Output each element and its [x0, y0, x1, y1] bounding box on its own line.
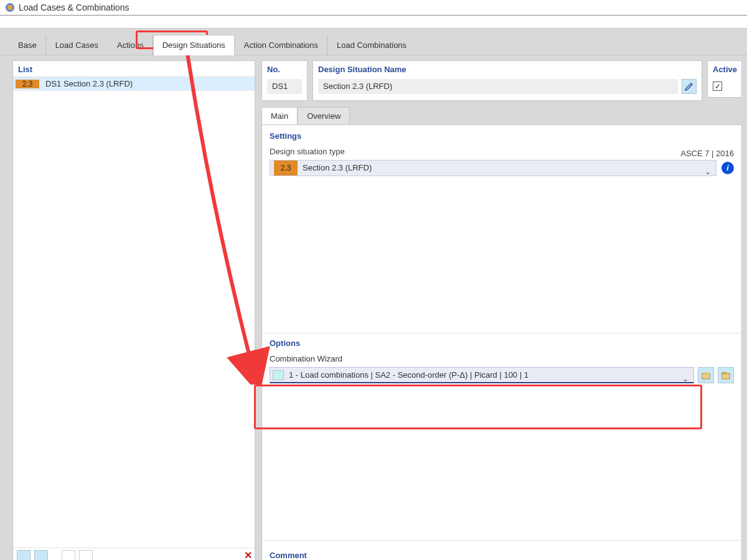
info-icon[interactable]: i: [721, 162, 734, 174]
svg-rect-4: [722, 373, 726, 374]
tab-actions[interactable]: Actions: [108, 35, 153, 55]
design-type-dropdown[interactable]: 2.3 Section 2.3 (LRFD) ⌄: [270, 160, 716, 176]
main-tabstrip: Base Load Cases Actions Design Situation…: [0, 28, 747, 55]
settings-title: Settings: [270, 131, 734, 141]
comment-title: Comment: [270, 547, 734, 560]
wizard-new-button[interactable]: [698, 367, 714, 383]
name-value: Section 2.3 (LRFD): [318, 79, 678, 94]
wizard-label: Combination Wizard: [270, 354, 734, 363]
list-item-label: DS1 Section 2.3 (LRFD): [45, 79, 133, 88]
svg-rect-3: [722, 373, 730, 379]
sparkle-folder-icon: [702, 371, 710, 380]
list-panel: List 2.3 DS1 Section 2.3 (LRFD) ✕: [12, 60, 255, 560]
wizard-dropdown[interactable]: 1 - Load combinations | SA2 - Second-ord…: [270, 367, 694, 383]
tab-load-combinations[interactable]: Load Combinations: [327, 35, 416, 55]
active-field-box: Active: [707, 60, 742, 98]
active-checkbox[interactable]: [713, 82, 722, 91]
no-field-box: No. DS1: [261, 60, 308, 101]
tab-design-situations[interactable]: Design Situations: [153, 35, 235, 55]
standard-label: ASCE 7 | 2016: [680, 149, 734, 158]
pencil-icon: [684, 82, 694, 91]
folder-open-icon: [721, 371, 730, 380]
wizard-swatch-icon: [273, 370, 284, 380]
active-label: Active: [713, 65, 736, 74]
list-empty-area: [13, 91, 255, 548]
design-type-tag: 2.3: [274, 161, 298, 175]
window-titlebar: Load Cases & Combinations: [0, 0, 747, 16]
options-title: Options: [270, 338, 734, 348]
sort-desc-icon[interactable]: [79, 550, 93, 561]
subtab-main[interactable]: Main: [261, 107, 298, 124]
tab-load-cases[interactable]: Load Cases: [46, 35, 108, 55]
window-title: Load Cases & Combinations: [19, 2, 129, 12]
main-card: Settings Design situation type ASCE 7 | …: [261, 124, 742, 560]
edit-name-button[interactable]: [682, 79, 697, 94]
list-header: List: [13, 61, 255, 77]
chevron-down-icon: ⌄: [705, 164, 711, 179]
tab-action-combinations[interactable]: Action Combinations: [235, 35, 327, 55]
name-label: Design Situation Name: [318, 65, 697, 74]
tab-base[interactable]: Base: [9, 35, 46, 55]
subtab-strip: Main Overview: [261, 107, 742, 124]
list-item[interactable]: 2.3 DS1 Section 2.3 (LRFD): [13, 77, 255, 91]
svg-rect-2: [702, 373, 710, 379]
no-value: DS1: [267, 79, 302, 94]
new-item-icon[interactable]: [17, 550, 31, 561]
app-icon: [5, 2, 15, 12]
list-item-tag: 2.3: [16, 80, 39, 88]
design-type-value: Section 2.3 (LRFD): [303, 161, 372, 175]
sort-asc-icon[interactable]: [62, 550, 75, 561]
name-field-box: Design Situation Name Section 2.3 (LRFD): [312, 60, 702, 101]
no-label: No.: [267, 65, 302, 74]
duplicate-item-icon[interactable]: [34, 550, 48, 561]
svg-rect-1: [7, 5, 12, 10]
subtab-overview[interactable]: Overview: [298, 107, 350, 124]
delete-item-icon[interactable]: ✕: [241, 550, 255, 561]
design-type-label: Design situation type: [270, 147, 345, 156]
list-toolbar: ✕: [13, 548, 255, 560]
chevron-down-icon: ⌄: [682, 371, 688, 386]
wizard-value: 1 - Load combinations | SA2 - Second-ord…: [289, 368, 529, 383]
wizard-edit-button[interactable]: [718, 367, 734, 383]
